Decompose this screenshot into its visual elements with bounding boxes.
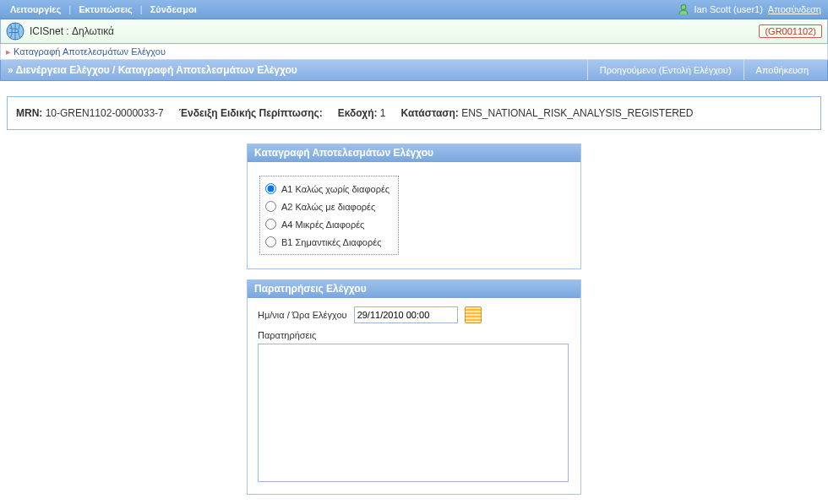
version-label: Εκδοχή: [338, 107, 378, 119]
breadcrumb: ▸ Καταγραφή Αποτελεσμάτων Ελέγχου [0, 44, 828, 60]
breadcrumb-link[interactable]: Καταγραφή Αποτελεσμάτων Ελέγχου [14, 46, 166, 57]
result-radio-group: A1 Καλώς χωρίς διαφορές A2 Καλώς με διαφ… [259, 176, 399, 255]
radio-b1-label: B1 Σημαντικές Διαφορές [281, 237, 381, 247]
radio-b1-input[interactable] [265, 236, 276, 247]
radio-b1[interactable]: B1 Σημαντικές Διαφορές [264, 233, 391, 251]
radio-a1[interactable]: A1 Καλώς χωρίς διαφορές [264, 180, 391, 198]
results-panel-header: Καταγραφή Αποτελεσμάτων Ελέγχου [248, 144, 580, 162]
user-icon [678, 3, 689, 15]
radio-a2[interactable]: A2 Καλώς με διαφορές [264, 198, 391, 215]
radio-a1-input[interactable] [265, 183, 276, 194]
globe-icon [6, 22, 25, 41]
observations-panel: Παρατηρήσεις Ελέγχου Ημ/νια / Ώρα Ελέγχο… [247, 279, 581, 495]
observations-panel-header: Παρατηρήσεις Ελέγχου [248, 280, 580, 298]
datetime-input[interactable] [354, 306, 458, 323]
action-bar: » Διενέργεια Ελέγχου / Καταγραφή Αποτελε… [0, 60, 828, 81]
breadcrumb-arrow-icon: ▸ [6, 46, 11, 57]
info-box: MRN: 10-GREN1102-0000033-7 Ένδειξη Ειδικ… [7, 96, 821, 130]
menu-separator: | [139, 4, 144, 14]
radio-a4-input[interactable] [265, 219, 276, 230]
app-title: ICISnet : Δηλωτικά [30, 25, 114, 37]
mrn-value: 10-GREN1102-0000033-7 [46, 107, 164, 119]
special-label: Ένδειξη Ειδικής Περίπτωσης: [179, 107, 323, 119]
menu-links[interactable]: Σύνδεσμοι [147, 4, 200, 14]
menu-separator: | [68, 4, 72, 14]
user-name: Ian Scott (user1) [695, 4, 763, 14]
observations-textarea[interactable] [258, 344, 569, 482]
menu-prints[interactable]: Εκτυπώσεις [75, 4, 136, 14]
radio-a2-label: A2 Καλώς με διαφορές [281, 202, 375, 212]
version-value: 1 [380, 107, 386, 119]
svg-point-0 [681, 5, 686, 10]
status-label: Κατάσταση: [401, 107, 459, 119]
radio-a1-label: A1 Καλώς χωρίς διαφορές [281, 184, 389, 194]
save-button[interactable]: Αποθήκευση [744, 60, 820, 80]
page-path: » Διενέργεια Ελέγχου / Καταγραφή Αποτελε… [8, 64, 587, 76]
mrn-label: MRN: [16, 107, 42, 119]
user-area: Ian Scott (user1) Αποσύνδεση [678, 3, 821, 15]
menu-functions[interactable]: Λειτουργίες [7, 4, 64, 14]
calendar-icon[interactable] [465, 306, 482, 323]
top-menu-bar: Λειτουργίες | Εκτυπώσεις | Σύνδεσμοι Ian… [0, 0, 828, 19]
observations-label: Παρατηρήσεις [258, 330, 570, 340]
main-menu: Λειτουργίες | Εκτυπώσεις | Σύνδεσμοι [7, 4, 200, 14]
logout-link[interactable]: Αποσύνδεση [768, 4, 821, 14]
results-panel: Καταγραφή Αποτελεσμάτων Ελέγχου A1 Καλώς… [247, 144, 581, 269]
radio-a4[interactable]: A4 Μικρές Διαφορές [264, 215, 391, 233]
title-bar: ICISnet : Δηλωτικά (GR001102) [0, 19, 828, 44]
radio-a4-label: A4 Μικρές Διαφορές [281, 219, 364, 230]
previous-button[interactable]: Προηγούμενο (Εντολή Ελέγχου) [587, 60, 744, 80]
office-code: (GR001102) [759, 24, 822, 38]
content-area: MRN: 10-GREN1102-0000033-7 Ένδειξη Ειδικ… [0, 81, 828, 495]
datetime-label: Ημ/νια / Ώρα Ελέγχου [258, 310, 347, 320]
radio-a2-input[interactable] [265, 201, 276, 212]
status-value: ENS_NATIONAL_RISK_ANALYSIS_REGISTERED [461, 107, 693, 119]
